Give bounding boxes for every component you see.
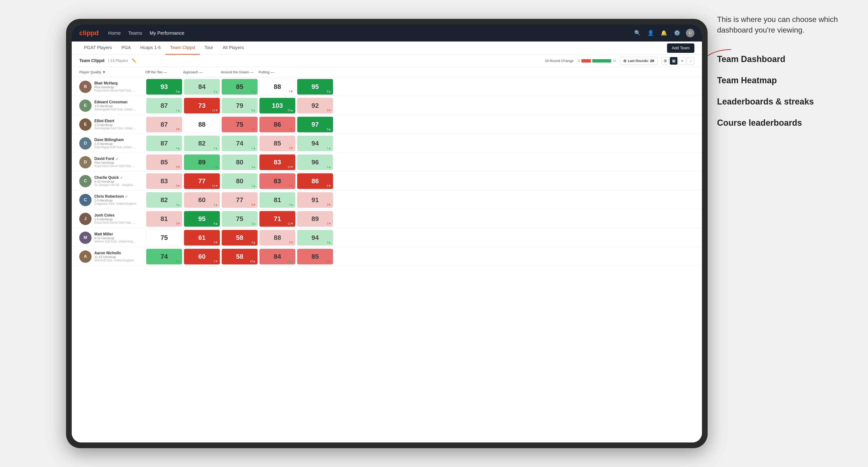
sec-nav-item-hcaps-1-5[interactable]: Hcaps 1-5 [135, 41, 165, 55]
stat-change: 10▲ [250, 260, 256, 263]
stat-change: 6▲ [214, 90, 218, 93]
col-header-around: Around the Green — [221, 70, 258, 74]
stat-value: 87 [160, 102, 168, 110]
user-avatar[interactable]: U [686, 29, 694, 37]
player-name: Blair McHarg [94, 81, 137, 85]
player-info[interactable]: DDave Billingham1-5 HandicapGog Magog Go… [79, 137, 145, 150]
sec-nav-item-tour[interactable]: Tour [200, 41, 218, 55]
stat-cell: 773▼ [222, 192, 257, 208]
stat-value: 95 [311, 83, 319, 91]
stat-value: 75 [160, 234, 168, 242]
player-club: Royal North Devon Golf Club, United King… [94, 221, 137, 224]
stat-change: 2▼ [327, 222, 331, 225]
secondary-nav: PGAT PlayersPGAHcaps 1-5Team ClippdTourA… [72, 41, 702, 55]
stat-cell: 753▼ [222, 117, 257, 132]
player-info[interactable]: MMatt Miller6-10 HandicapWoburn Golf Clu… [79, 231, 145, 244]
profile-icon[interactable]: 👤 [646, 29, 655, 37]
sec-nav-item-team-clippd[interactable]: Team Clippd [165, 41, 200, 55]
stat-value: 93 [160, 83, 168, 91]
stat-value: 77 [236, 196, 243, 204]
player-details: Blair McHargPlus HandicapRoyal North Dev… [94, 81, 137, 92]
stat-change: 15▲ [287, 109, 293, 112]
stat-cell: 874▲ [146, 135, 182, 151]
heatmap-view-button[interactable]: ▦ [670, 57, 677, 65]
edit-icon[interactable]: ✏️ [132, 59, 136, 63]
player-info[interactable]: CChris Robertson✓1-5 HandicapCraigmillar… [79, 194, 145, 206]
player-info[interactable]: BBlair McHargPlus HandicapRoyal North De… [79, 81, 145, 93]
annotation-list: Team DashboardTeam HeatmapLeaderboards &… [717, 54, 849, 128]
player-info[interactable]: AAaron Nicholls11-15 HandicapDrift Golf … [79, 250, 145, 263]
stat-value: 58 [236, 253, 243, 260]
player-club: Woburn Golf Club, United Kingdom [94, 240, 137, 243]
player-avatar: B [79, 81, 92, 93]
tablet-screen: clippd HomeTeamsMy Performance 🔍 👤 🔔 ⚙️ … [72, 25, 702, 442]
stat-value: 85 [236, 83, 243, 91]
stat-value: 60 [198, 253, 206, 260]
stat-change: 2▼ [289, 241, 293, 244]
player-info[interactable]: EElliot Ebert1-5 HandicapSunningdale Gol… [79, 118, 145, 131]
stat-cell: 836▼ [259, 173, 295, 189]
col-header-putting: Putting — [258, 70, 296, 74]
stat-value: 86 [311, 177, 319, 185]
round-change-label: 20 Round Change [545, 59, 574, 63]
grid-view-button[interactable]: ⊞ [661, 57, 669, 65]
player-club: Craigmillar Park, United Kingdom [94, 202, 136, 206]
list-view-button[interactable]: ≡ [678, 57, 686, 65]
stat-cell: 882▼ [259, 230, 295, 246]
player-rows-container: BBlair McHargPlus HandicapRoyal North De… [72, 77, 702, 266]
last-rounds-button[interactable]: ⊞ Last Rounds: 20 [620, 57, 658, 65]
stat-change: 1▲ [251, 184, 256, 187]
stat-change: 8▲ [176, 260, 180, 263]
stat-change: 3▲ [327, 241, 331, 244]
stat-value: 60 [198, 196, 206, 204]
stat-cell: 803▲ [222, 154, 257, 170]
sec-nav-item-pgat-players[interactable]: PGAT Players [79, 41, 117, 55]
search-icon[interactable]: 🔍 [633, 29, 642, 37]
player-details: Charlie Quick✓6-10 HandicapSt. George's … [94, 176, 137, 187]
stat-value: 58 [236, 234, 243, 242]
stat-change: 3▼ [176, 222, 180, 225]
stat-value: 94 [311, 234, 319, 242]
stat-change: 3▼ [251, 128, 256, 131]
settings-icon[interactable]: ⚙️ [673, 29, 681, 37]
stat-value: 81 [160, 215, 168, 223]
stat-value: 87 [160, 139, 168, 147]
sec-nav-item-pga[interactable]: PGA [117, 41, 135, 55]
col-player-label: Player Quality ▼ [79, 70, 106, 74]
stat-value: 82 [160, 196, 168, 204]
sec-nav-item-all-players[interactable]: All Players [218, 41, 249, 55]
nav-item-my-performance[interactable]: My Performance [150, 30, 184, 36]
last-rounds-label: Last Rounds: [628, 59, 649, 63]
nav-item-teams[interactable]: Teams [128, 30, 142, 36]
add-team-button[interactable]: Add Team [667, 43, 694, 53]
player-name: Matt Miller [94, 232, 137, 236]
stat-value: 86 [274, 121, 281, 128]
stat-cell: 602▲ [184, 192, 220, 208]
stat-value: 85 [311, 253, 319, 260]
stat-change: 1▲ [327, 147, 331, 150]
player-details: Elliot Ebert1-5 HandicapSunningdale Golf… [94, 119, 137, 130]
player-info[interactable]: DDavid Ford✓Plus HandicapRoyal North Dev… [79, 156, 145, 168]
stat-cell: 7311▼ [184, 98, 220, 114]
stat-value: 94 [311, 139, 319, 147]
stat-cell: 7714▼ [184, 173, 220, 189]
table-row: JJosh Coles1-5 HandicapRoyal North Devon… [72, 210, 702, 228]
annotation-list-item: Leaderboards & streaks [717, 97, 849, 106]
player-info[interactable]: JJosh Coles1-5 HandicapRoyal North Devon… [79, 213, 145, 225]
top-nav: clippd HomeTeamsMy Performance 🔍 👤 🔔 ⚙️ … [72, 25, 702, 41]
stat-value: 87 [160, 121, 168, 128]
stat-change: 11▼ [212, 109, 218, 112]
stat-change: 3▼ [251, 203, 256, 206]
bell-icon[interactable]: 🔔 [659, 29, 668, 37]
pos-label: +5 [613, 59, 616, 63]
player-info[interactable]: CCharlie Quick✓6-10 HandicapSt. George's… [79, 175, 145, 187]
stat-cell: 853▼ [146, 154, 182, 170]
player-info[interactable]: EEdward Crossman1-5 HandicapSunningdale … [79, 99, 145, 112]
stat-cell: 752▲ [222, 211, 257, 227]
nav-item-home[interactable]: Home [108, 30, 121, 36]
stat-cell: 813▼ [146, 211, 182, 227]
export-button[interactable]: ↓ [687, 57, 694, 65]
stat-value: 74 [236, 139, 243, 147]
stat-value: 73 [198, 102, 206, 110]
stat-value: 89 [311, 215, 319, 223]
